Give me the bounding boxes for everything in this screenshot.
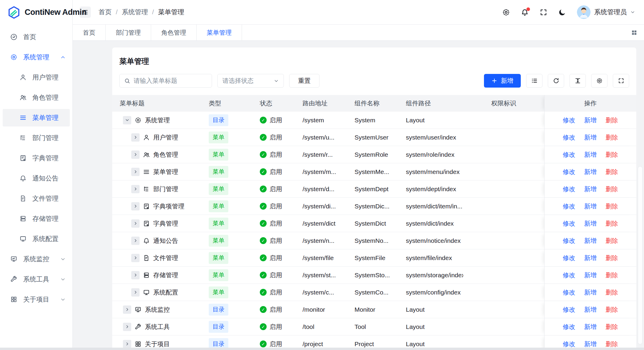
sidebar-item-storage[interactable]: 存储管理	[3, 210, 70, 227]
delete-link[interactable]: 删除	[606, 254, 618, 262]
delete-link[interactable]: 删除	[606, 185, 618, 193]
row-expand-button[interactable]	[131, 202, 140, 210]
add-child-link[interactable]: 新增	[584, 151, 597, 159]
edit-link[interactable]: 修改	[563, 323, 575, 331]
add-child-link[interactable]: 新增	[584, 254, 597, 262]
refresh-tool-button[interactable]	[548, 74, 564, 88]
row-expand-button[interactable]	[123, 340, 131, 348]
row-expand-button[interactable]	[131, 254, 140, 262]
fullscreen-tool-button[interactable]	[613, 74, 629, 88]
delete-link[interactable]: 删除	[606, 305, 618, 314]
add-child-link[interactable]: 新增	[584, 323, 597, 331]
status-select[interactable]: 请选择状态	[217, 74, 284, 88]
sidebar-item-file[interactable]: 文件管理	[3, 190, 70, 207]
edit-link[interactable]: 修改	[563, 133, 575, 142]
breadcrumb-item[interactable]: 系统管理	[122, 8, 148, 17]
delete-link[interactable]: 删除	[606, 116, 618, 124]
edit-link[interactable]: 修改	[563, 202, 575, 210]
delete-link[interactable]: 删除	[606, 323, 618, 331]
row-expand-button[interactable]	[123, 116, 131, 124]
delete-link[interactable]: 删除	[606, 271, 618, 279]
menu-management-card: 菜单管理 请选择状态 重置 新增	[112, 47, 636, 350]
search-input[interactable]	[134, 77, 207, 84]
delete-link[interactable]: 删除	[606, 219, 618, 228]
tab-options-button[interactable]	[631, 29, 637, 36]
add-child-link[interactable]: 新增	[584, 202, 597, 210]
sidebar-item-system[interactable]: 系统管理	[3, 48, 70, 66]
edit-link[interactable]: 修改	[563, 168, 575, 176]
delete-link[interactable]: 删除	[606, 133, 618, 142]
edit-link[interactable]: 修改	[563, 237, 575, 245]
add-child-link[interactable]: 新增	[584, 288, 597, 297]
edit-link[interactable]: 修改	[563, 340, 575, 348]
edit-link[interactable]: 修改	[563, 151, 575, 159]
edit-link[interactable]: 修改	[563, 185, 575, 193]
sidebar-item-tool[interactable]: 系统工具	[3, 270, 70, 288]
lineheight-tool-button[interactable]	[569, 74, 586, 88]
dark-mode-toggle[interactable]	[558, 8, 566, 16]
gear-tool-button[interactable]	[591, 74, 607, 88]
list-tool-button[interactable]	[526, 74, 542, 88]
sidebar-item-home[interactable]: 首页	[3, 28, 70, 46]
delete-link[interactable]: 删除	[606, 202, 618, 210]
delete-link[interactable]: 删除	[606, 288, 618, 297]
row-expand-button[interactable]	[131, 219, 140, 228]
sidebar-item-role[interactable]: 角色管理	[3, 89, 70, 106]
sidebar-item-dept[interactable]: 部门管理	[3, 129, 70, 147]
edit-link[interactable]: 修改	[563, 219, 575, 228]
edit-link[interactable]: 修改	[563, 288, 575, 297]
delete-link[interactable]: 删除	[606, 151, 618, 159]
horizontal-scrollbar-track[interactable]	[0, 348, 644, 350]
delete-link[interactable]: 删除	[606, 168, 618, 176]
row-expand-button[interactable]	[131, 237, 140, 245]
add-child-link[interactable]: 新增	[584, 133, 597, 142]
notifications-button[interactable]	[521, 8, 529, 16]
row-expand-button[interactable]	[131, 271, 140, 279]
reset-button[interactable]: 重置	[289, 74, 319, 88]
sidebar-item-dict[interactable]: 字典管理	[3, 149, 70, 167]
cell-operations: 修改新增删除	[544, 284, 636, 301]
sidebar-item-user[interactable]: 用户管理	[3, 69, 70, 86]
edit-link[interactable]: 修改	[563, 254, 575, 262]
row-expand-button[interactable]	[131, 168, 140, 176]
add-child-link[interactable]: 新增	[584, 237, 597, 245]
row-expand-button[interactable]	[131, 185, 140, 193]
sidebar-item-notice[interactable]: 通知公告	[3, 170, 70, 187]
row-expand-button[interactable]	[131, 133, 140, 142]
tab-dept[interactable]: 部门管理	[106, 25, 151, 40]
edit-link[interactable]: 修改	[563, 116, 575, 124]
settings-button[interactable]	[502, 8, 510, 16]
sidebar-item-monitor[interactable]: 系统监控	[3, 250, 70, 268]
user-menu[interactable]: 系统管理员	[577, 5, 635, 19]
cell-operations: 修改新增删除	[544, 198, 636, 215]
delete-link[interactable]: 删除	[606, 237, 618, 245]
chevron-right-icon	[133, 238, 138, 243]
add-child-link[interactable]: 新增	[584, 185, 597, 193]
edit-link[interactable]: 修改	[563, 305, 575, 314]
sidebar-item-menu[interactable]: 菜单管理	[3, 109, 70, 126]
add-child-link[interactable]: 新增	[584, 219, 597, 228]
add-child-link[interactable]: 新增	[584, 305, 597, 314]
cell-component-path: system/role/index	[399, 146, 463, 163]
sidebar-item-config[interactable]: 系统配置	[3, 230, 70, 248]
chevron-down-icon	[630, 10, 635, 15]
chevron-down-icon	[60, 297, 66, 302]
row-expand-button[interactable]	[131, 288, 140, 297]
tab-role[interactable]: 角色管理	[151, 25, 197, 40]
sidebar-item-about[interactable]: 关于项目	[3, 291, 70, 308]
fullscreen-button[interactable]	[539, 8, 548, 16]
edit-link[interactable]: 修改	[563, 271, 575, 279]
add-child-link[interactable]: 新增	[584, 340, 597, 348]
add-child-link[interactable]: 新增	[584, 116, 597, 124]
tab-menu[interactable]: 菜单管理	[197, 25, 242, 40]
add-child-link[interactable]: 新增	[584, 271, 597, 279]
add-button[interactable]: 新增	[484, 74, 521, 88]
row-expand-button[interactable]	[123, 305, 131, 314]
tab-home[interactable]: 首页	[73, 25, 106, 40]
row-expand-button[interactable]	[123, 323, 131, 331]
delete-link[interactable]: 删除	[606, 340, 618, 348]
breadcrumb-item[interactable]: 首页	[99, 8, 112, 17]
row-expand-button[interactable]	[131, 151, 140, 159]
vertical-scrollbar-thumb[interactable]	[638, 166, 643, 344]
add-child-link[interactable]: 新增	[584, 168, 597, 176]
